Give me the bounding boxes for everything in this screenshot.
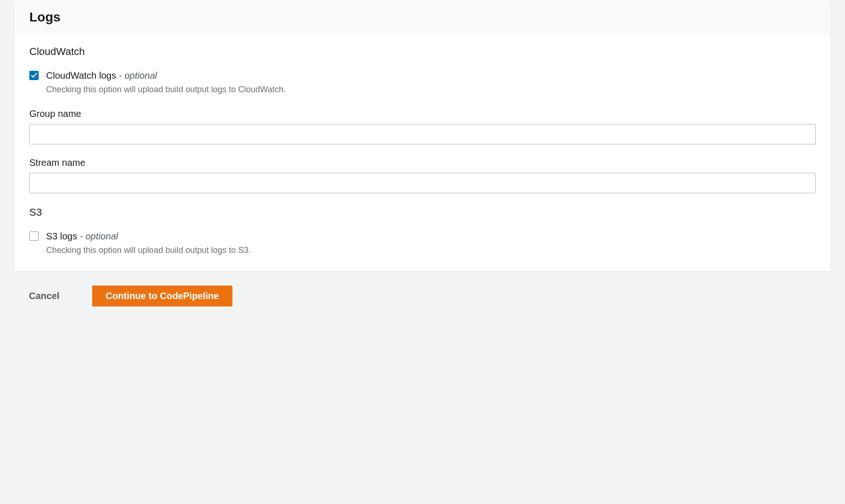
continue-button[interactable]: Continue to CodePipeline — [92, 286, 232, 306]
s3-section: S3 S3 logs - optional Checking this opti… — [29, 206, 816, 256]
stream-name-field: Stream name — [29, 157, 816, 193]
s3-logs-option: S3 logs - optional Checking this option … — [29, 230, 816, 256]
cloudwatch-logs-description: Checking this option will upload build o… — [46, 84, 816, 95]
logs-panel: Logs CloudWatch CloudWatch logs - option… — [14, 0, 831, 272]
cloudwatch-logs-option: CloudWatch logs - optional Checking this… — [29, 69, 816, 95]
cloudwatch-logs-label: CloudWatch logs - optional — [46, 69, 816, 82]
s3-logs-label-text: S3 logs — [46, 231, 77, 241]
cloudwatch-section-title: CloudWatch — [29, 46, 816, 58]
panel-title: Logs — [29, 10, 816, 25]
panel-body: CloudWatch CloudWatch logs - optional Ch… — [14, 34, 831, 271]
panel-header: Logs — [14, 0, 831, 34]
optional-suffix: - optional — [77, 231, 118, 241]
s3-logs-checkbox[interactable] — [29, 232, 39, 241]
group-name-input[interactable] — [29, 124, 816, 144]
s3-logs-content: S3 logs - optional Checking this option … — [46, 230, 816, 256]
cloudwatch-logs-content: CloudWatch logs - optional Checking this… — [46, 69, 816, 95]
group-name-label: Group name — [29, 109, 816, 119]
actions-row: Cancel Continue to CodePipeline — [14, 286, 831, 306]
stream-name-input[interactable] — [29, 173, 816, 193]
cancel-button[interactable]: Cancel — [29, 291, 60, 301]
check-icon — [31, 72, 37, 79]
s3-logs-label: S3 logs - optional — [46, 230, 816, 243]
s3-section-title: S3 — [29, 206, 816, 218]
cloudwatch-logs-checkbox[interactable] — [29, 71, 39, 80]
group-name-field: Group name — [29, 109, 816, 144]
s3-logs-description: Checking this option will upload build o… — [46, 245, 816, 256]
cloudwatch-logs-label-text: CloudWatch logs — [46, 70, 116, 81]
stream-name-label: Stream name — [29, 157, 816, 168]
optional-suffix: - optional — [116, 70, 157, 81]
